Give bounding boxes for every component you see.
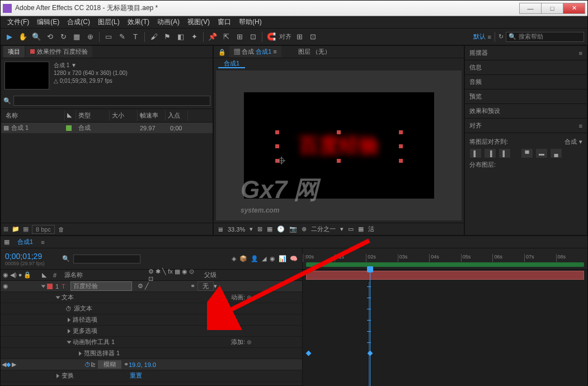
panel-align[interactable]: 对齐≡ <box>465 119 587 133</box>
parent-link-icon[interactable]: ⚭ <box>190 283 195 290</box>
animate-menu-icon[interactable]: ⊙ <box>247 294 252 300</box>
maximize-button[interactable]: □ <box>541 3 563 14</box>
parent-dropdown[interactable]: 无 <box>197 281 214 291</box>
add-menu-icon[interactable]: ⊙ <box>247 338 252 345</box>
shy-icon[interactable]: 👤 <box>251 255 258 262</box>
roto-tool[interactable]: ✦ <box>189 31 200 43</box>
align-top[interactable]: ▀ <box>521 148 533 158</box>
track-area[interactable] <box>303 270 587 386</box>
panel-wiggler[interactable]: 摇摆器≡ <box>465 46 587 60</box>
snapshot-icon[interactable]: 📷 <box>289 225 297 233</box>
interpret-icon[interactable]: ⊞ <box>3 225 8 233</box>
snap-opt2[interactable]: ⊡ <box>307 31 318 43</box>
align-vcenter[interactable]: ▬ <box>535 148 548 158</box>
zoom-tool[interactable]: 🔍 <box>31 31 42 43</box>
zoom-dropdown[interactable]: 33.3% <box>228 226 245 233</box>
resolution-dropdown[interactable]: 二分之一 <box>311 225 336 233</box>
snapping-label[interactable]: 对齐 <box>279 32 291 41</box>
tab-comp[interactable]: ▦ 合成 合成1 ≡ <box>229 46 281 58</box>
sync-icon[interactable]: ↻ <box>498 33 504 40</box>
rectangle-tool[interactable]: ▭ <box>103 31 114 43</box>
align-hcenter[interactable]: ▐ <box>484 148 496 158</box>
snap-opt1[interactable]: ⊞ <box>294 31 305 43</box>
selection-tool[interactable]: ▶ <box>4 31 15 43</box>
panel-effects[interactable]: 效果和预设 <box>465 104 587 119</box>
type-tool[interactable]: T <box>130 31 141 43</box>
camera-tool[interactable]: ▦ <box>71 31 82 43</box>
stopwatch-icon[interactable]: ⏱ <box>65 305 72 312</box>
menu-edit[interactable]: 编辑(E) <box>34 16 63 28</box>
prop-text-row[interactable]: 文本 动画: ⊙ <box>1 292 302 303</box>
view-axis[interactable]: ⊡ <box>247 31 258 43</box>
prop-range-row[interactable]: 范围选择器 1 <box>1 348 302 359</box>
keyframe-icon[interactable] <box>306 351 312 356</box>
align-to-dropdown[interactable]: 合成 <box>565 138 577 146</box>
link-icon[interactable]: ⚭ <box>124 361 129 368</box>
panel-audio[interactable]: 音频 <box>465 75 587 90</box>
work-area-bar[interactable] <box>306 262 584 267</box>
frame-blend-icon[interactable]: ◢ <box>262 255 266 262</box>
panel-info[interactable]: 信息 <box>465 60 587 75</box>
time-ruler[interactable]: :00s 01s 02s 03s 04s 05s 06s 07s 08s <box>303 248 587 270</box>
pen-tool[interactable]: ✎ <box>116 31 128 43</box>
current-time-indicator[interactable] <box>370 270 370 386</box>
menu-composition[interactable]: 合成(C) <box>64 16 93 28</box>
lock-icon[interactable]: 🔒 <box>216 47 228 58</box>
motion-blur-icon[interactable]: ◉ <box>270 255 275 262</box>
timeline-tab[interactable]: 合成1 <box>13 236 37 248</box>
twirl-icon[interactable] <box>41 285 46 288</box>
project-item-row[interactable]: ▦ 合成 1 合成 29.97 0;00 <box>1 123 213 133</box>
prop-blur-row[interactable]: ◀ ◆ ▶ ⏱ ⊵ 模糊 ⚭ 19.0, 19.0 <box>1 359 302 370</box>
comp-mini-flowchart-icon[interactable]: ◈ <box>232 255 236 262</box>
new-folder-icon[interactable]: 📁 <box>12 225 20 233</box>
rotate-tool[interactable]: ↻ <box>58 31 69 43</box>
transparency-icon[interactable]: ▦ <box>358 225 364 233</box>
selection-bounds[interactable] <box>277 133 401 161</box>
panel-preview[interactable]: 预览 <box>465 90 587 104</box>
orbit-tool[interactable]: ⟲ <box>44 31 55 43</box>
workspace-menu-icon[interactable]: ≡ <box>488 34 491 40</box>
menu-window[interactable]: 窗口 <box>214 16 234 28</box>
clone-tool[interactable]: ⚑ <box>162 31 173 43</box>
anchor-point-icon[interactable] <box>277 157 285 164</box>
comp-thumbnail[interactable] <box>4 62 49 90</box>
comp-canvas[interactable]: 百度经验 <box>244 92 434 199</box>
layer-row[interactable]: ◉ 1 T 百度经验 ⚙ ╱ ⚭ 无▾ <box>1 281 302 292</box>
prop-transform-row[interactable]: 变换 重置 <box>1 370 302 382</box>
tab-effect-controls[interactable]: 效果控件 百度经验 <box>26 46 92 58</box>
prop-animator-row[interactable]: 动画制作工具 1 添加: ⊙ <box>1 337 302 348</box>
roi-icon[interactable]: ▭ <box>348 225 354 233</box>
menu-view[interactable]: 视图(V) <box>184 16 213 28</box>
comp-subtab[interactable]: 合成1 <box>218 58 245 68</box>
project-search-input[interactable] <box>13 96 210 106</box>
menu-animation[interactable]: 动画(A) <box>154 16 183 28</box>
bpc-button[interactable]: 8 bpc <box>32 225 55 234</box>
comp-viewer[interactable]: 百度经验 <box>216 70 462 220</box>
close-button[interactable]: ✕ <box>563 3 585 14</box>
eraser-tool[interactable]: ◧ <box>175 31 186 43</box>
align-right[interactable]: ▌ <box>498 148 511 158</box>
align-left[interactable]: ▌ <box>469 148 482 158</box>
prop-more-row[interactable]: 更多选项 <box>1 326 302 337</box>
graph-icon[interactable]: 📊 <box>279 255 286 262</box>
stopwatch-active-icon[interactable]: ⏱ <box>84 361 91 368</box>
local-axis[interactable]: ⇱ <box>220 31 232 43</box>
timeline-search-input[interactable] <box>73 255 140 263</box>
layer-name-input[interactable]: 百度经验 <box>70 281 132 291</box>
world-axis[interactable]: ⊞ <box>234 31 245 43</box>
grid-icon[interactable]: ⊞ <box>257 225 262 233</box>
align-bottom[interactable]: ▄ <box>550 148 562 158</box>
label-swatch[interactable] <box>66 125 72 131</box>
camera-dropdown[interactable]: 活 <box>368 225 374 233</box>
pan-behind-tool[interactable]: ⊕ <box>84 31 96 43</box>
minimize-button[interactable]: — <box>519 3 542 14</box>
prop-path-row[interactable]: 路径选项 <box>1 314 302 326</box>
puppet-tool[interactable]: 📌 <box>207 31 218 43</box>
help-search[interactable]: 🔍 搜索帮助 <box>506 32 584 42</box>
tab-project[interactable]: 项目 <box>3 46 25 58</box>
reset-link[interactable]: 重置 <box>130 371 142 380</box>
time-icon[interactable]: 🕐 <box>277 225 285 233</box>
blur-value[interactable]: 19.0, 19.0 <box>129 361 156 368</box>
snap-icon[interactable]: 🧲 <box>266 31 277 43</box>
menu-help[interactable]: 帮助(H) <box>236 16 265 28</box>
